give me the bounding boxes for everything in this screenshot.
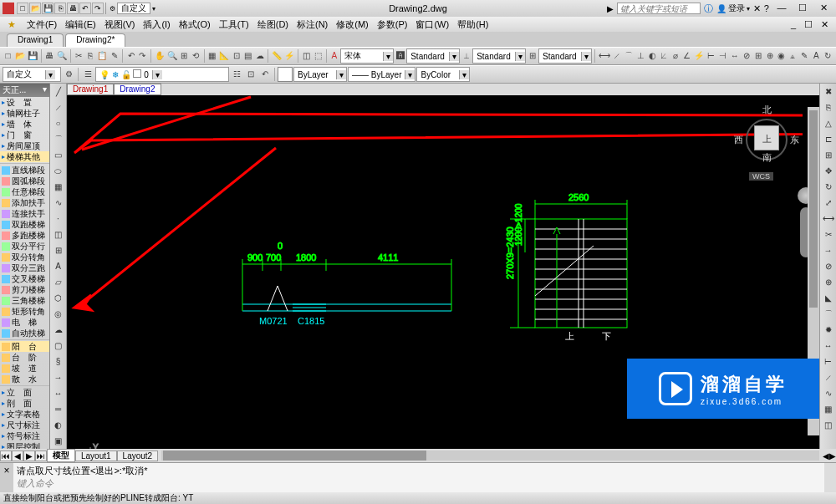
erase-icon[interactable]: ✖ [822, 85, 835, 99]
mline-icon[interactable]: ═ [52, 403, 65, 416]
close-button[interactable]: ✕ [814, 3, 833, 14]
rotate-icon[interactable]: ↻ [822, 181, 835, 194]
workspace-combo[interactable]: 自定义▾ [3, 67, 61, 82]
viewcube[interactable]: 北 南 西 东 上 WCS [737, 104, 796, 179]
tool-text-icon[interactable]: A [329, 49, 339, 63]
tool-undo-icon[interactable]: ↶ [125, 49, 136, 63]
qat-redo-icon[interactable]: ↷ [92, 3, 104, 14]
mdi-close[interactable]: ✕ [817, 19, 833, 30]
join-icon[interactable]: ⊕ [822, 276, 835, 289]
mirror-icon[interactable]: △ [822, 117, 835, 130]
dimstyle-dropdown[interactable]: Standard▾ [472, 48, 526, 64]
region-icon[interactable]: ▱ [52, 276, 65, 289]
tab-last-icon[interactable]: ⏭ [35, 451, 47, 461]
break-icon[interactable]: ⊘ [822, 260, 835, 273]
spline-icon[interactable]: ∿ [52, 196, 65, 210]
qat-saveas-icon[interactable]: ⎘ [54, 3, 66, 14]
viewcube-top[interactable]: 上 [754, 125, 779, 150]
blockedit-icon[interactable]: ◫ [822, 419, 835, 432]
circle-icon[interactable]: ○ [52, 117, 65, 130]
trim-icon[interactable]: ✂ [822, 228, 835, 242]
revcloud-icon[interactable]: ☁ [52, 323, 65, 337]
menu-help[interactable]: 帮助(H) [453, 18, 492, 31]
qat-print-icon[interactable]: 🖶 [67, 3, 79, 14]
tool-print-icon[interactable]: 🖶 [44, 49, 55, 63]
cmd-scrollbar[interactable] [824, 463, 836, 492]
layout2-tab[interactable]: Layout2 [117, 451, 159, 461]
wipeout-icon[interactable]: ▢ [52, 339, 65, 353]
dim-space-icon[interactable]: ↔ [729, 49, 740, 63]
menu-tools[interactable]: 工具(T) [215, 18, 253, 31]
dim-dia-icon[interactable]: ⌀ [670, 49, 681, 63]
chamfer-icon[interactable]: ◣ [822, 292, 835, 305]
ws-settings-icon[interactable]: ⚙ [62, 68, 75, 81]
layer-states-icon[interactable]: ☷ [230, 68, 243, 81]
splinedit-icon[interactable]: ∿ [822, 387, 835, 400]
palette-close-icon[interactable]: ▾ [43, 84, 47, 96]
hatch-icon[interactable]: ▦ [52, 181, 65, 194]
xline-icon[interactable]: ↔ [52, 387, 65, 400]
stretch-icon[interactable]: ⟷ [822, 212, 835, 226]
tablestyle-dropdown[interactable]: Standard▾ [538, 48, 592, 64]
copy-icon[interactable]: ⎘ [822, 101, 835, 115]
minimize-button[interactable]: — [772, 3, 791, 14]
sidebar-item[interactable]: ▸门 窗 [0, 130, 49, 140]
tool-props-icon[interactable]: ▦ [206, 49, 217, 63]
maximize-button[interactable]: ☐ [793, 3, 812, 14]
sidebar-item[interactable]: ▸轴网柱子 [0, 108, 49, 119]
command-history[interactable]: 请点取尺寸线位置<退出>:*取消* 键入命令 [13, 463, 824, 492]
dim-break-icon[interactable]: ⊘ [741, 49, 752, 63]
explode-icon[interactable]: ✹ [822, 323, 835, 337]
menu-file[interactable]: 文件(F) [23, 18, 61, 31]
scroll-left-icon[interactable]: ◀ [823, 451, 829, 461]
block-icon[interactable]: ◫ [52, 228, 65, 242]
layer-iso-icon[interactable]: ⊡ [244, 68, 257, 81]
sidebar-item[interactable]: ▸立 面 [0, 387, 49, 398]
ray-icon[interactable]: → [52, 371, 65, 384]
tool-dc-icon[interactable]: 📐 [218, 49, 230, 63]
dim-arc-icon[interactable]: ⌒ [624, 49, 635, 63]
arc-icon[interactable]: ⌒ [52, 133, 65, 146]
sidebar-item[interactable]: ▸图层控制 [0, 441, 49, 449]
dim-tedit-icon[interactable]: A [811, 49, 822, 63]
offset-icon[interactable]: ⊏ [822, 133, 835, 146]
tool-mark-icon[interactable]: ☁ [254, 49, 265, 63]
sidebar-item[interactable]: ▸楼梯其他 [0, 151, 49, 162]
mdi-restore[interactable]: ☐ [800, 19, 817, 30]
sidebar-item[interactable]: 三角楼梯 [0, 295, 49, 306]
sidebar-item[interactable]: 双分转角 [0, 252, 49, 262]
menu-insert[interactable]: 插入(I) [139, 18, 174, 31]
login-button[interactable]: 👤 登录 ▾ [716, 3, 750, 14]
tool-ssm-icon[interactable]: ▤ [242, 49, 253, 63]
dim-ord-icon[interactable]: ⊥ [635, 49, 646, 63]
lineweight-dropdown[interactable]: ByColor▾ [416, 67, 470, 82]
tool-open-icon[interactable]: 📂 [14, 49, 26, 63]
tool-textstyle-icon[interactable]: 🅰 [395, 49, 405, 63]
pedit-icon[interactable]: ⟋ [822, 371, 835, 384]
pline-icon[interactable]: ⟋ [52, 101, 65, 115]
draw-tab-1[interactable]: Drawing1 [67, 84, 114, 95]
model-tab[interactable]: 模型 [47, 449, 75, 462]
sidebar-item[interactable]: 散 水 [0, 374, 49, 384]
tool-tablestyle-icon[interactable]: ⊞ [527, 49, 538, 63]
cmd-close-icon[interactable]: × [0, 463, 13, 492]
sidebar-item[interactable]: ▸尺寸标注 [0, 420, 49, 430]
qat-open-icon[interactable]: 📂 [29, 3, 41, 14]
sidebar-item[interactable]: 坡 道 [0, 363, 49, 374]
dim-cont-icon[interactable]: ⊣ [717, 49, 728, 63]
line-icon[interactable]: ╱ [52, 85, 65, 99]
menu-view[interactable]: 视图(V) [100, 18, 140, 31]
polygon-icon[interactable]: ⬡ [52, 292, 65, 305]
menu-modify[interactable]: 修改(M) [332, 18, 373, 31]
exchange-icon[interactable]: ✕ [753, 3, 761, 14]
sidebar-item[interactable]: 剪刀楼梯 [0, 284, 49, 295]
tool-zoom-icon[interactable]: 🔍 [166, 49, 178, 63]
menu-edit[interactable]: 编辑(E) [61, 18, 100, 31]
tool-copy-icon[interactable]: ⎘ [84, 49, 95, 63]
viewcube-wcs[interactable]: WCS [749, 172, 773, 181]
gradient-icon[interactable]: ◐ [52, 419, 65, 432]
dim-linear-icon[interactable]: ⟷ [598, 49, 611, 63]
layer-prev-icon[interactable]: ↶ [258, 68, 272, 81]
menu-draw[interactable]: 绘图(D) [253, 18, 293, 31]
mdi-minimize[interactable]: _ [787, 19, 800, 29]
